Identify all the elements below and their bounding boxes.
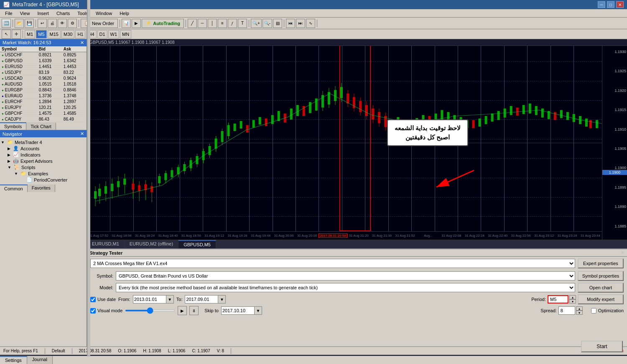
annotation-line2: اصبح كل دقيقتين xyxy=(395,134,461,141)
tree-examples[interactable]: ▼ 📁 Examples xyxy=(14,170,86,177)
chart-type[interactable]: ▤ xyxy=(273,19,282,28)
scroll-end[interactable]: ⏭ xyxy=(296,19,305,28)
tf-h1[interactable]: H1 xyxy=(75,30,85,38)
tree-root[interactable]: ▼ 📁 MetaTrader 4 xyxy=(1,139,86,145)
undo-button[interactable]: ↩ xyxy=(38,19,47,28)
chart-tab-eurusd-m2[interactable]: EURUSD,M2 (offline) xyxy=(125,240,178,248)
market-watch-row[interactable]: ● USDCAD0.96200.9624 xyxy=(0,76,87,81)
tree-accounts[interactable]: ▶ 👤 Accounts xyxy=(8,145,86,152)
indicator-btn[interactable]: ∿ xyxy=(306,19,315,28)
menu-view[interactable]: View xyxy=(17,10,33,17)
zoom-out[interactable]: 🔍- xyxy=(263,19,272,28)
skip-to-input[interactable] xyxy=(221,306,255,315)
period-input[interactable] xyxy=(548,295,568,303)
save-button[interactable]: 💾 xyxy=(25,19,34,28)
new-order-button[interactable]: 📋 New Order xyxy=(81,19,118,28)
ask-cell: 0.8925 xyxy=(62,52,87,58)
navigator-tree: ▼ 📁 MetaTrader 4 ▶ 👤 Accounts ▶ 📈 Indica… xyxy=(0,137,87,185)
ea-select[interactable]: 2 MA Crosses Mega filter EA V1.ex4 xyxy=(90,259,575,268)
to-calendar-icon[interactable]: ▼ xyxy=(218,295,226,303)
pause-button[interactable]: ⏸ xyxy=(189,306,199,315)
market-watch-row[interactable]: ● USDCHF0.89210.8925 xyxy=(0,52,87,58)
market-watch-row[interactable]: ● CADJPY86.4386.49 xyxy=(0,116,87,122)
t11: 2017.08.31 20:58 xyxy=(319,233,347,238)
visual-mode-group: Visual mode xyxy=(90,308,122,313)
fib-tool[interactable]: 𝑓 xyxy=(228,19,237,28)
tf-m30[interactable]: M30 xyxy=(61,30,74,38)
from-calendar-icon[interactable]: ▼ xyxy=(166,295,174,303)
tf-m5[interactable]: M5 xyxy=(36,30,46,38)
market-watch-row[interactable]: ● USDJPY83.1983.22 xyxy=(0,70,87,76)
print-button[interactable]: 🖨 xyxy=(48,19,57,28)
ask-cell: 0.9624 xyxy=(62,76,87,81)
tf-w1[interactable]: W1 xyxy=(108,30,120,38)
market-watch-row[interactable]: ● EURUSD1.44511.4453 xyxy=(0,64,87,70)
play-button[interactable]: ▶ xyxy=(178,306,187,315)
start-button[interactable]: Start xyxy=(581,341,623,346)
start-button-area: Start xyxy=(577,39,627,346)
market-watch-row[interactable]: ● GBPCHF1.45751.4585 xyxy=(0,111,87,116)
tf-m1[interactable]: M1 xyxy=(25,30,35,38)
market-watch-row[interactable]: ● EURAUD1.37361.3748 xyxy=(0,93,87,99)
tree-indicators[interactable]: ▶ 📈 Indicators xyxy=(8,152,86,158)
t14: 31 Aug 21:52 xyxy=(393,234,416,238)
autotrading-button[interactable]: ⚡ AutoTrading xyxy=(142,19,184,28)
open-button[interactable]: 📂 xyxy=(15,19,24,28)
tab-symbols[interactable]: Symbols xyxy=(0,122,26,130)
tree-period-converter[interactable]: ▶ 📄 PeriodConverter xyxy=(21,177,86,183)
left-resize-handle[interactable] xyxy=(87,39,90,346)
use-date-checkbox[interactable] xyxy=(90,297,96,302)
market-watch-row[interactable]: ● EURCHF1.28941.2897 xyxy=(0,99,87,105)
menu-window[interactable]: Window xyxy=(92,10,115,17)
navigator-close[interactable]: ✕ xyxy=(80,131,84,136)
crosshair-tool[interactable]: ✛ xyxy=(12,30,21,39)
visual-mode-checkbox[interactable] xyxy=(90,308,96,313)
chart-plot[interactable]: لاحظ توقيت بداية الشمعه اصبح كل دقيقتين xyxy=(87,46,602,240)
period-up[interactable]: ▲ xyxy=(569,295,576,299)
market-watch-close[interactable]: ✕ xyxy=(80,40,84,46)
menu-help[interactable]: Help xyxy=(116,10,133,17)
folder-icon: 📁 xyxy=(7,139,13,145)
chart-tab-gbpusd-m5[interactable]: GBPUSD,M5 xyxy=(178,240,216,248)
use-date-label: Use date xyxy=(97,297,116,302)
line-tool[interactable]: ╱ xyxy=(188,19,197,28)
tf-m15[interactable]: M15 xyxy=(48,30,61,38)
menu-file[interactable]: File xyxy=(2,10,16,17)
pc-label: PeriodConverter xyxy=(34,177,67,182)
market-watch-row[interactable]: ● AUDUSD1.05151.0518 xyxy=(0,81,87,87)
market-watch-row[interactable]: ● GBPUSD1.63391.6342 xyxy=(0,58,87,64)
vline-tool[interactable]: │ xyxy=(208,19,217,28)
channel-tool[interactable]: ≡ xyxy=(218,19,227,28)
printpreview-button[interactable]: 👁 xyxy=(58,19,67,28)
property-button[interactable]: ⚙ xyxy=(68,19,77,28)
spread-input[interactable] xyxy=(558,306,575,315)
cursor-tool[interactable]: ↖ xyxy=(2,30,11,39)
tf-mn[interactable]: MN xyxy=(120,30,131,38)
status-dot: ● xyxy=(2,71,4,75)
symbol-select[interactable]: GBPUSD, Great Britain Pound vs US Dollar xyxy=(116,271,575,281)
period-down[interactable]: ▼ xyxy=(569,299,576,303)
menu-charts[interactable]: Charts xyxy=(53,10,73,17)
zoom-in[interactable]: 🔍+ xyxy=(251,19,262,28)
to-date-input[interactable] xyxy=(185,295,218,303)
model-select[interactable]: Every tick (the most precise method base… xyxy=(116,283,575,292)
tf-d1[interactable]: D1 xyxy=(97,30,107,38)
tree-scripts[interactable]: ▼ 📜 Scripts xyxy=(8,164,86,170)
tab-tick-chart[interactable]: Tick Chart xyxy=(26,122,56,130)
skip-to-calendar-icon[interactable]: ▼ xyxy=(255,306,262,315)
hline-tool[interactable]: ─ xyxy=(198,19,207,28)
new-button[interactable]: 🆕 xyxy=(2,19,11,28)
tree-expert-advisors[interactable]: ▶ 🤖 Expert Advisors xyxy=(8,158,86,164)
menu-insert[interactable]: Insert xyxy=(34,10,52,17)
chart-icon-btn[interactable]: 📊 xyxy=(122,19,131,28)
visual-speed-slider[interactable] xyxy=(125,310,175,311)
nav-tab-favorites[interactable]: Favorites xyxy=(28,185,55,192)
autotrading-icon[interactable]: ▶ xyxy=(132,19,141,28)
nav-tab-common[interactable]: Common xyxy=(0,185,28,192)
from-date-input[interactable] xyxy=(133,295,166,303)
market-watch-row[interactable]: ● EURJPY120.21120.25 xyxy=(0,105,87,111)
text-tool[interactable]: T xyxy=(238,19,247,28)
chart-tab-eurusd-m1[interactable]: EURUSD,M1 xyxy=(87,240,125,248)
scroll-begin[interactable]: ⏮ xyxy=(286,19,295,28)
market-watch-row[interactable]: ● EURGBP0.88430.8846 xyxy=(0,87,87,93)
